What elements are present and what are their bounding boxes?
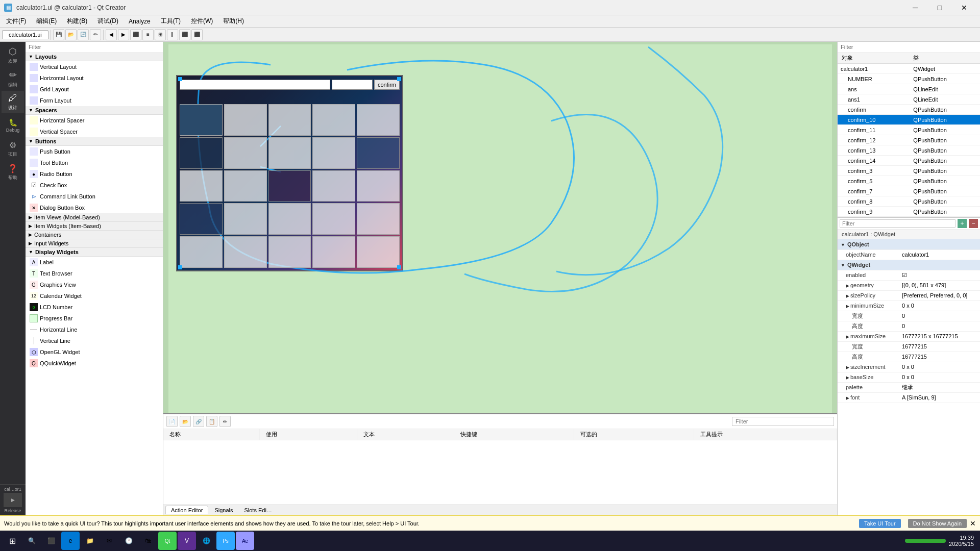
horizontal-layout-item[interactable]: Horizontal Layout <box>26 72 163 84</box>
toolbar-btn-open[interactable]: 📂 <box>65 29 77 40</box>
buttons-section-header[interactable]: ▼ Buttons <box>26 137 163 146</box>
taskbar-taskview[interactable]: ⬛ <box>42 532 60 550</box>
taskbar-ae[interactable]: Ae <box>236 532 254 550</box>
containers-section-header[interactable]: ▶ Containers <box>26 231 163 239</box>
taskbar-store[interactable]: 🛍 <box>139 532 157 550</box>
action-filter-input[interactable] <box>732 417 834 426</box>
toolbar-btn-e[interactable]: ⊞ <box>155 29 166 40</box>
toolbar-btn-c[interactable]: ⬛ <box>130 29 141 40</box>
grid-cell-16[interactable] <box>224 203 267 235</box>
form-area[interactable]: confirm <box>168 44 832 413</box>
action-btn-5[interactable]: ✏ <box>219 416 231 427</box>
mode-project[interactable]: ⚙ 项目 <box>2 138 24 160</box>
minheight-value[interactable]: 0 <box>899 321 980 331</box>
object-table-row[interactable]: confirm_12QPushButton <box>838 135 980 145</box>
taskbar-explorer[interactable]: 📁 <box>81 532 99 550</box>
text-browser-item[interactable]: T Text Browser <box>26 268 163 279</box>
handle-tr[interactable] <box>397 77 401 81</box>
toolbar-btn-edit[interactable]: ✏ <box>90 29 101 40</box>
start-button[interactable]: ⊞ <box>2 531 22 551</box>
tab-signals[interactable]: Signals <box>209 506 238 514</box>
grid-cell-6[interactable] <box>224 137 267 169</box>
font-value[interactable]: A [SimSun, 9] <box>899 392 980 403</box>
dismiss-tour-button[interactable]: Do Not Show Again <box>908 519 967 528</box>
horizontal-spacer-item[interactable]: Horizontal Spacer <box>26 115 163 126</box>
minwidth-value[interactable]: 0 <box>899 311 980 321</box>
close-toast-button[interactable]: ✕ <box>970 519 976 528</box>
input-widgets-section-header[interactable]: ▶ Input Widgets <box>26 239 163 248</box>
grid-cell-4[interactable] <box>357 104 400 136</box>
take-tour-button[interactable]: Take UI Tour <box>859 519 901 528</box>
maxwidth-value[interactable]: 16777215 <box>899 341 980 352</box>
grid-cell-13[interactable] <box>312 170 355 202</box>
toolbar-btn-b[interactable]: ▶ <box>118 29 129 40</box>
object-table-row[interactable]: confirmQPushButton <box>838 105 980 115</box>
toolbar-btn-save[interactable]: 💾 <box>53 29 64 40</box>
grid-cell-12[interactable] <box>268 170 311 202</box>
toolbar-btn-d[interactable]: ≡ <box>142 29 154 40</box>
grid-cell-22[interactable] <box>268 236 311 268</box>
grid-cell-10[interactable] <box>180 170 223 202</box>
tab-action-editor[interactable]: Action Editor <box>165 506 208 514</box>
sizeincrement-value[interactable]: 0 x 0 <box>899 362 980 372</box>
minimize-button[interactable]: ─ <box>903 0 927 15</box>
form-layout-item[interactable]: Form Layout <box>26 95 163 106</box>
object-table-row[interactable]: confirm_3QPushButton <box>838 166 980 176</box>
mode-edit[interactable]: ✏ 编辑 <box>2 67 24 90</box>
grid-cell-24[interactable] <box>357 236 400 268</box>
menu-tools[interactable]: 工具(T) <box>157 16 185 27</box>
object-table-row[interactable]: calculator1QWidget <box>838 64 980 74</box>
horizontal-line-item[interactable]: Horizontal Line <box>26 324 163 335</box>
push-button-item[interactable]: Push Button <box>26 146 163 157</box>
command-link-button-item[interactable]: ⊳ Command Link Button <box>26 191 163 202</box>
enabled-value[interactable]: ☑ <box>899 270 980 280</box>
lcd-number-item[interactable]: 0 LCD Number <box>26 302 163 313</box>
grid-cell-15[interactable] <box>180 203 223 235</box>
object-table-row[interactable]: confirm_7QPushButton <box>838 186 980 196</box>
build-button[interactable]: ▶ <box>4 493 22 507</box>
grid-cell-1[interactable] <box>224 104 267 136</box>
grid-cell-23[interactable] <box>312 236 355 268</box>
props-filter-input[interactable] <box>840 219 955 228</box>
object-table-row[interactable]: ans1QLineEdit <box>838 94 980 105</box>
action-btn-4[interactable]: 📋 <box>206 416 217 427</box>
basesize-value[interactable]: 0 x 0 <box>899 372 980 382</box>
grid-cell-7[interactable] <box>268 137 311 169</box>
dialog-button-box-item[interactable]: ✕ Dialog Button Box <box>26 202 163 213</box>
object-table-row[interactable]: confirm_14QPushButton <box>838 156 980 166</box>
objectname-value[interactable]: calculator1 <box>899 249 980 260</box>
handle-bl[interactable] <box>178 265 182 269</box>
vertical-line-item[interactable]: Vertical Line <box>26 335 163 346</box>
calculator-widget[interactable]: confirm <box>176 75 403 271</box>
action-btn-1[interactable]: 📄 <box>166 416 178 427</box>
action-btn-2[interactable]: 📂 <box>180 416 191 427</box>
tab-slots-edit[interactable]: Slots Edi… <box>239 506 277 514</box>
menu-file[interactable]: 文件(F) <box>2 16 30 27</box>
grid-cell-8[interactable] <box>312 137 355 169</box>
object-table-row[interactable]: NUMBERQPushButton <box>838 74 980 84</box>
vertical-spacer-item[interactable]: Vertical Spacer <box>26 126 163 137</box>
taskbar-clock[interactable]: 🕐 <box>119 532 138 550</box>
sizepolicy-value[interactable]: [Preferred, Preferred, 0, 0] <box>899 290 980 300</box>
grid-cell-19[interactable] <box>357 203 400 235</box>
layouts-section-header[interactable]: ▼ Layouts <box>26 53 163 61</box>
object-table-row[interactable]: confirm_8QPushButton <box>838 196 980 207</box>
design-canvas-area[interactable]: confirm <box>163 42 837 515</box>
menu-controls[interactable]: 控件(W) <box>187 16 217 27</box>
mode-help[interactable]: ❓ 帮助 <box>2 161 24 184</box>
mode-debug[interactable]: 🐛 Debug <box>2 114 24 137</box>
tool-button-item[interactable]: Tool Button <box>26 157 163 168</box>
object-table-row[interactable]: ansQLineEdit <box>838 84 980 94</box>
toolbar-btn-h[interactable]: ⬛ <box>191 29 203 40</box>
object-table-row[interactable]: confirm_11QPushButton <box>838 125 980 135</box>
item-views-section-header[interactable]: ▶ Item Views (Model-Based) <box>26 213 163 222</box>
grid-layout-item[interactable]: Grid Layout <box>26 84 163 95</box>
confirm-btn[interactable]: confirm <box>374 80 400 90</box>
taskbar-photoshop[interactable]: Ps <box>216 532 235 550</box>
toolbar-btn-f[interactable]: ‖ <box>167 29 178 40</box>
check-box-item[interactable]: ☑ Check Box <box>26 180 163 191</box>
menu-help[interactable]: 帮助(H) <box>219 16 248 27</box>
menu-build[interactable]: 构建(B) <box>63 16 91 27</box>
grid-cell-3[interactable] <box>312 104 355 136</box>
toolbar-btn-a[interactable]: ◀ <box>106 29 117 40</box>
